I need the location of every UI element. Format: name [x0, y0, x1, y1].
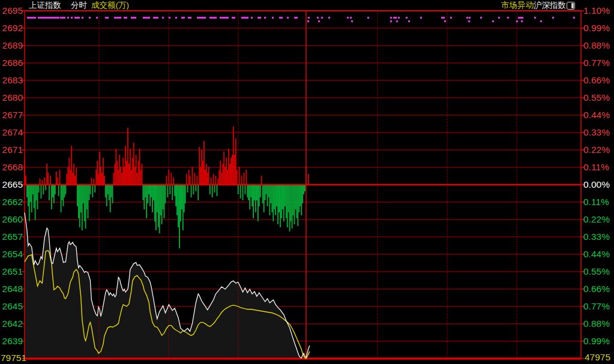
percent-tick-label: 0.66% [583, 76, 610, 85]
price-tick-label: 2674 [2, 128, 23, 137]
price-tick-label: 2671 [2, 145, 23, 155]
percent-tick-label: 0.99% [583, 23, 610, 33]
price-tick-label: 2662 [2, 197, 23, 207]
price-tick-label: 2651 [2, 267, 23, 276]
percent-tick-label: 0.22% [583, 145, 610, 155]
price-tick-label: 2695 [2, 6, 23, 16]
intraday-chart-window: 上证指数 分时 成交额(万) 市场异动 沪深指数 269526922689268… [0, 0, 614, 364]
percent-tick-label: 0.44% [583, 110, 610, 120]
price-tick-label: 2639 [2, 336, 23, 346]
percent-tick-label: 0.55% [583, 267, 610, 276]
price-tick-label: 2680 [2, 93, 23, 103]
percent-tick-label: 0.99% [583, 336, 610, 346]
price-tick-label: 2654 [2, 249, 23, 259]
percent-tick-label: 0.66% [583, 284, 610, 294]
price-tick-label: 2689 [2, 41, 23, 50]
percent-tick-label: 0.33% [583, 232, 610, 242]
price-tick-label: 2665 [2, 180, 23, 189]
price-tick-label: 2657 [2, 232, 23, 242]
price-tick-label: 2648 [2, 284, 23, 294]
percent-tick-label: 0.77% [583, 58, 610, 68]
percent-tick-label: 0.22% [583, 215, 610, 224]
percent-tick-label: 0.88% [583, 319, 610, 329]
percent-tick-label: 0.44% [583, 249, 610, 259]
price-tick-label: 2660 [2, 215, 23, 224]
percent-tick-label: 0.11% [583, 163, 609, 172]
left-volume-value: 79751 [1, 353, 26, 363]
price-tick-label: 2683 [2, 76, 23, 85]
percent-tick-label: 0.00% [583, 180, 610, 189]
price-tick-label: 2668 [2, 163, 23, 172]
percent-tick-label: 0.33% [583, 128, 610, 137]
right-volume-value: 47975 [585, 353, 610, 362]
percent-tick-label: 1.10% [583, 6, 610, 16]
percent-tick-label: 0.88% [583, 41, 610, 50]
price-tick-label: 2692 [2, 23, 23, 33]
percent-tick-label: 0.11% [583, 197, 609, 207]
price-chart-canvas[interactable] [0, 0, 614, 364]
percent-tick-label: 0.55% [583, 93, 610, 103]
percent-tick-label: 0.77% [583, 302, 610, 311]
price-tick-label: 2677 [2, 110, 23, 120]
price-tick-label: 2642 [2, 319, 23, 329]
price-tick-label: 2686 [2, 58, 23, 68]
price-tick-label: 2645 [2, 302, 23, 311]
